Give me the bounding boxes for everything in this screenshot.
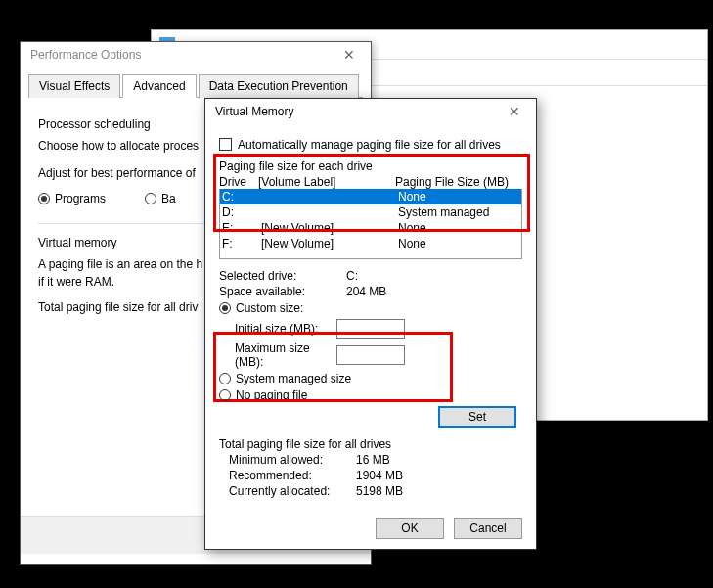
size-cell: None	[398, 189, 519, 204]
close-icon[interactable]: ✕	[503, 104, 526, 119]
radio-background-label: Ba	[161, 192, 176, 205]
maximum-size-label: Maximum size (MB):	[219, 341, 336, 369]
drive-row[interactable]: F: [New Volume] None	[220, 236, 521, 251]
space-available-value: 204 MB	[346, 285, 386, 298]
drive-list[interactable]: C: None D: System managed E: [New Volume…	[219, 189, 522, 259]
cancel-button[interactable]: Cancel	[454, 518, 522, 539]
radio-no-paging[interactable]: No paging file	[219, 388, 307, 402]
radio-icon	[219, 373, 231, 384]
radio-background[interactable]: Ba	[145, 190, 176, 207]
drive-list-header: Drive [Volume Label] Paging File Size (M…	[219, 175, 522, 189]
virtual-memory-buttonbar: OK Cancel	[376, 518, 522, 539]
radio-system-managed[interactable]: System managed size	[219, 372, 522, 385]
auto-manage-label: Automatically manage paging file size fo…	[238, 138, 501, 152]
size-cell: System managed	[398, 204, 519, 220]
tab-strip: Visual Effects Advanced Data Execution P…	[28, 73, 363, 98]
minimum-allowed-value: 16 MB	[356, 453, 390, 467]
recommended-label: Recommended:	[229, 469, 356, 482]
maximum-size-input[interactable]	[336, 345, 405, 365]
initial-size-input[interactable]	[336, 319, 405, 339]
system-managed-label: System managed size	[236, 372, 351, 385]
drive-row[interactable]: D: System managed	[220, 204, 521, 220]
space-available-label: Space available:	[219, 285, 346, 298]
drive-cell: E:	[222, 220, 261, 236]
drive-row[interactable]: C: None	[220, 189, 521, 204]
radio-programs[interactable]: Programs	[38, 190, 106, 207]
volume-col-header: [Volume Label]	[258, 175, 395, 189]
custom-size-label: Custom size:	[236, 301, 303, 315]
size-cell: None	[398, 236, 519, 251]
selected-drive-label: Selected drive:	[219, 269, 346, 283]
set-button[interactable]: Set	[438, 406, 516, 428]
volume-cell: [New Volume]	[261, 220, 398, 236]
totals-heading: Total paging file size for all drives	[219, 437, 522, 451]
tab-advanced[interactable]: Advanced	[122, 74, 196, 98]
recommended-value: 1904 MB	[356, 469, 403, 482]
radio-icon	[219, 389, 231, 401]
minimum-allowed-label: Minimum allowed:	[229, 453, 356, 467]
drive-cell: D:	[222, 204, 261, 220]
paging-per-drive-label: Paging file size for each drive	[219, 159, 522, 173]
drive-cell: F:	[222, 236, 261, 251]
volume-cell	[261, 204, 398, 220]
close-icon[interactable]: ✕	[337, 47, 361, 63]
ok-button[interactable]: OK	[376, 518, 444, 539]
performance-options-titlebar: Performance Options ✕	[21, 42, 371, 68]
drive-col-header: Drive	[219, 175, 258, 189]
currently-allocated-label: Currently allocated:	[229, 484, 356, 498]
performance-options-title: Performance Options	[30, 48, 141, 62]
volume-cell	[261, 189, 398, 204]
virtual-memory-title: Virtual Memory	[215, 105, 293, 118]
checkbox-icon	[219, 138, 232, 151]
initial-size-label: Initial size (MB):	[219, 322, 336, 336]
size-cell: None	[398, 220, 519, 236]
no-paging-label: No paging file	[236, 388, 307, 402]
radio-custom-size[interactable]: Custom size:	[219, 301, 522, 315]
selected-drive-value: C:	[346, 269, 358, 283]
virtual-memory-titlebar: Virtual Memory ✕	[205, 99, 536, 124]
size-col-header: Paging File Size (MB)	[395, 175, 522, 189]
drive-row[interactable]: E: [New Volume] None	[220, 220, 521, 236]
radio-programs-label: Programs	[55, 192, 106, 205]
tab-visual-effects[interactable]: Visual Effects	[28, 74, 120, 98]
radio-icon	[219, 302, 231, 314]
virtual-memory-window: Virtual Memory ✕ Automatically manage pa…	[204, 98, 537, 550]
currently-allocated-value: 5198 MB	[356, 484, 403, 498]
volume-cell: [New Volume]	[261, 236, 398, 251]
drive-cell: C:	[222, 189, 261, 204]
tab-dep[interactable]: Data Execution Prevention	[199, 74, 359, 98]
auto-manage-checkbox[interactable]: Automatically manage paging file size fo…	[219, 138, 522, 152]
